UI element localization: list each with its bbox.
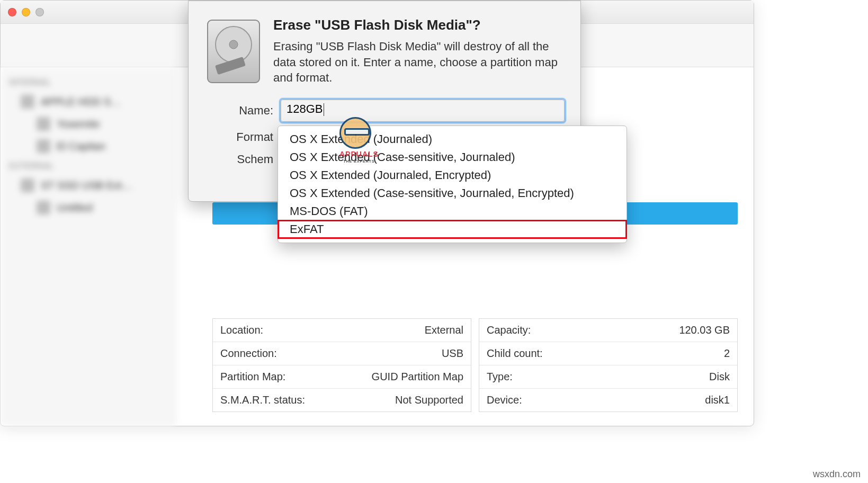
info-row-location: Location:External [213, 319, 471, 342]
info-column-left: Location:External Connection:USB Partiti… [212, 318, 471, 412]
format-option[interactable]: OS X Extended (Case-sensitive, Journaled… [278, 184, 627, 202]
volume-icon [37, 139, 50, 153]
info-row-type: Type:Disk [479, 365, 737, 389]
sidebar: Internal APPLE HDD S… Yosemite El Capita… [1, 67, 175, 426]
format-option[interactable]: OS X Extended (Case-sensitive, Journaled… [278, 148, 627, 166]
sidebar-item-volume[interactable]: Yosemite [5, 113, 171, 135]
scheme-label: Schem [204, 153, 273, 166]
erase-sheet: Erase "USB Flash Disk Media"? Erasing "U… [188, 1, 581, 202]
disk-icon [21, 178, 34, 192]
sidebar-item-internal-disk[interactable]: APPLE HDD S… [5, 91, 171, 113]
zoom-icon[interactable] [35, 8, 44, 16]
svg-point-6 [229, 40, 238, 49]
volume-icon [37, 117, 50, 131]
sidebar-item-volume[interactable]: Untitled [5, 196, 171, 219]
info-row-partition-map: Partition Map:GUID Partition Map [213, 365, 471, 389]
info-row-device: Device:disk1 [479, 389, 737, 412]
name-label: Name: [204, 104, 273, 118]
source-site: wsxdn.com [813, 469, 861, 480]
traffic-lights [8, 8, 44, 16]
close-icon[interactable] [8, 8, 16, 16]
format-label: Format [204, 130, 273, 144]
format-dropdown[interactable]: OS X Extended (Journaled) OS X Extended … [278, 126, 627, 243]
info-row-child-count: Child count:2 [479, 342, 737, 365]
sidebar-item-external-disk[interactable]: ST SSD USB Ext… [5, 174, 171, 196]
volume-icon [37, 201, 50, 214]
minimize-icon[interactable] [22, 8, 30, 16]
name-input[interactable]: 128GB [281, 100, 565, 122]
sidebar-item-volume[interactable]: El Capitan [5, 135, 171, 157]
info-row-smart: S.M.A.R.T. status:Not Supported [213, 389, 471, 412]
sidebar-section-external: External [9, 162, 171, 171]
sheet-description: Erasing "USB Flash Disk Media" will dest… [273, 39, 565, 86]
info-column-right: Capacity:120.03 GB Child count:2 Type:Di… [479, 318, 738, 412]
disk-icon [21, 95, 34, 109]
format-option[interactable]: OS X Extended (Journaled) [278, 130, 627, 148]
format-option-exfat[interactable]: ExFAT [278, 220, 627, 238]
format-option[interactable]: OS X Extended (Journaled, Encrypted) [278, 166, 627, 184]
info-row-capacity: Capacity:120.03 GB [479, 319, 737, 342]
hard-drive-icon [204, 17, 263, 86]
info-row-connection: Connection:USB [213, 342, 471, 365]
sheet-title: Erase "USB Flash Disk Media"? [273, 17, 565, 33]
disk-utility-window: Disk Utility First Aid Partition Erase M… [0, 0, 754, 426]
sidebar-section-internal: Internal [9, 78, 171, 87]
format-option[interactable]: MS-DOS (FAT) [278, 202, 627, 220]
info-grid: Location:External Connection:USB Partiti… [212, 318, 738, 412]
